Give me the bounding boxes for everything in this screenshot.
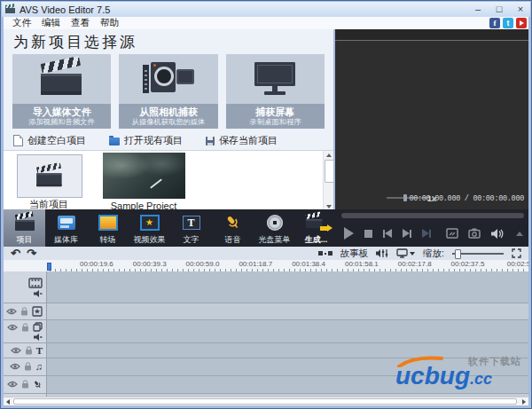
tab-transitions[interactable]: 转场 bbox=[87, 209, 129, 247]
speaker-icon[interactable] bbox=[34, 334, 43, 341]
overlay-track-lane[interactable] bbox=[47, 320, 528, 343]
lock-icon[interactable] bbox=[21, 323, 29, 332]
card-title: 从照相机捕获 bbox=[139, 106, 198, 117]
scroll-left-icon[interactable] bbox=[4, 397, 12, 405]
playhead-marker[interactable] bbox=[47, 263, 51, 271]
timecode-display: 00:00:00.000 / 00:00:00.000 bbox=[409, 194, 524, 203]
card-subtitle: 添加视频和音频文件 bbox=[28, 117, 95, 125]
scroll-up-icon[interactable] bbox=[324, 151, 333, 159]
timeline-zoom-slider[interactable] bbox=[452, 249, 504, 257]
tab-video-effects[interactable]: ★ 视频效果 bbox=[129, 209, 170, 247]
volume-expand-icon[interactable] bbox=[516, 232, 523, 236]
open-project-link[interactable]: 打开现有项目 bbox=[109, 134, 183, 147]
capture-camera-card[interactable]: 从照相机捕获 从摄像机获取您的媒体 bbox=[119, 54, 217, 129]
main-toolbar: 项目 媒体库 转场 ★ 视频效果 T 文字 bbox=[4, 209, 528, 247]
minimize-button[interactable]: – bbox=[472, 4, 484, 15]
speaker-icon[interactable] bbox=[34, 290, 43, 297]
voice-track-header bbox=[4, 376, 47, 393]
text-icon: T bbox=[183, 216, 200, 230]
tab-project[interactable]: 项目 bbox=[4, 209, 45, 247]
microphone-icon bbox=[33, 380, 43, 389]
card-title: 捕获屏幕 bbox=[255, 106, 294, 117]
vertical-scrollbar[interactable] bbox=[323, 151, 333, 209]
music-note-icon: ♫ bbox=[35, 362, 43, 371]
timeline-ruler[interactable]: 00:00:19.6 00:00:39.3 00:00:59.0 00:01:1… bbox=[4, 260, 528, 271]
video-track-lane[interactable] bbox=[47, 271, 528, 303]
step-forward-button[interactable] bbox=[422, 229, 431, 238]
capture-screen-card[interactable]: 捕获屏幕 录制桌面和程序 bbox=[226, 54, 325, 129]
speed-slider-handle[interactable] bbox=[403, 194, 407, 201]
menu-edit[interactable]: 编辑 bbox=[36, 17, 66, 29]
source-cards: 导入媒体文件 添加视频和音频文件 从照相机捕获 从摄像机获取您的媒体 捕获屏幕 bbox=[12, 54, 325, 129]
storyboard-mode-icon[interactable] bbox=[318, 251, 332, 256]
save-project-link[interactable]: 保存当前项目 bbox=[206, 134, 278, 147]
lock-icon[interactable] bbox=[25, 346, 33, 355]
sample-project-label: Sample Project bbox=[99, 201, 188, 209]
preview-monitor: 1x 00:00:00.000 / 00:00:00.000 bbox=[335, 29, 528, 209]
eye-icon[interactable] bbox=[6, 308, 17, 315]
next-button[interactable] bbox=[403, 229, 411, 238]
scroll-down-icon[interactable] bbox=[324, 202, 333, 209]
dual-monitor-dropdown[interactable] bbox=[396, 248, 415, 258]
import-media-card[interactable]: 导入媒体文件 添加视频和音频文件 bbox=[12, 54, 111, 129]
disc-menu-icon bbox=[267, 215, 283, 231]
undo-icon[interactable]: ↶ bbox=[11, 248, 20, 259]
tab-text[interactable]: T 文字 bbox=[170, 209, 212, 247]
eye-icon[interactable] bbox=[10, 363, 20, 370]
eye-icon[interactable] bbox=[11, 347, 21, 354]
new-project-link[interactable]: 创建空白项目 bbox=[13, 134, 86, 147]
eye-icon[interactable] bbox=[7, 381, 18, 388]
scroll-right-icon[interactable] bbox=[520, 397, 528, 405]
tab-disc-menu[interactable]: 光盘菜单 bbox=[254, 209, 295, 247]
menu-file[interactable]: 文件 bbox=[7, 17, 36, 29]
close-button[interactable]: × bbox=[514, 4, 527, 15]
overlay-icon bbox=[33, 322, 43, 332]
audio-mixer-icon[interactable] bbox=[376, 248, 388, 258]
text-icon: T bbox=[36, 346, 43, 355]
fit-timeline-icon[interactable] bbox=[512, 248, 521, 258]
ruler-tick: 00:00:39.3 bbox=[123, 260, 176, 268]
lock-icon[interactable] bbox=[20, 307, 28, 316]
clapperboard-icon bbox=[14, 214, 35, 232]
maximize-button[interactable]: □ bbox=[493, 4, 505, 15]
video-effects-icon: ★ bbox=[140, 215, 160, 231]
window-title: AVS Video Editor 7.5 bbox=[20, 4, 110, 15]
clapperboard-icon bbox=[41, 62, 83, 96]
new-document-icon bbox=[13, 135, 23, 146]
scrollbar-thumb[interactable] bbox=[325, 160, 333, 183]
storyboard-label[interactable]: 故事板 bbox=[340, 248, 369, 260]
transport-controls bbox=[337, 209, 528, 247]
youtube-icon[interactable] bbox=[516, 18, 527, 28]
menu-view[interactable]: 查看 bbox=[66, 17, 95, 29]
current-project-thumbnail[interactable] bbox=[17, 154, 82, 198]
effects-track-lane[interactable] bbox=[47, 303, 528, 319]
snapshot-icon[interactable] bbox=[468, 228, 481, 239]
menu-help[interactable]: 帮助 bbox=[95, 17, 124, 29]
card-subtitle: 从摄像机获取您的媒体 bbox=[132, 117, 206, 125]
eye-icon[interactable] bbox=[7, 324, 18, 331]
sample-project-thumbnail[interactable] bbox=[103, 153, 185, 199]
lock-icon[interactable] bbox=[21, 380, 29, 389]
twitter-icon[interactable]: t bbox=[503, 18, 513, 28]
tab-media-library[interactable]: 媒体库 bbox=[45, 209, 87, 247]
tab-produce[interactable]: 生成... bbox=[295, 209, 337, 247]
stop-button[interactable] bbox=[364, 230, 372, 238]
save-icon bbox=[206, 137, 215, 146]
scrollbar-thumb[interactable] bbox=[13, 398, 517, 405]
toolbar-tabs: 项目 媒体库 转场 ★ 视频效果 T 文字 bbox=[4, 209, 337, 247]
play-button[interactable] bbox=[344, 227, 354, 240]
overlay-track-header bbox=[4, 320, 47, 343]
facebook-icon[interactable]: f bbox=[489, 18, 500, 28]
redo-icon[interactable]: ↷ bbox=[27, 248, 36, 259]
tab-voice[interactable]: 语音 bbox=[212, 209, 254, 247]
open-folder-icon bbox=[109, 138, 120, 146]
microphone-icon bbox=[224, 214, 242, 232]
ruler-tick: 00:01:58.1 bbox=[335, 260, 388, 268]
seek-bar[interactable] bbox=[341, 213, 524, 218]
horizontal-scrollbar[interactable] bbox=[4, 397, 528, 405]
lock-icon[interactable] bbox=[24, 362, 32, 371]
fullscreen-icon[interactable] bbox=[446, 228, 458, 239]
volume-icon[interactable] bbox=[490, 228, 505, 240]
previous-button[interactable] bbox=[383, 229, 392, 238]
effect-star-icon bbox=[32, 306, 43, 317]
